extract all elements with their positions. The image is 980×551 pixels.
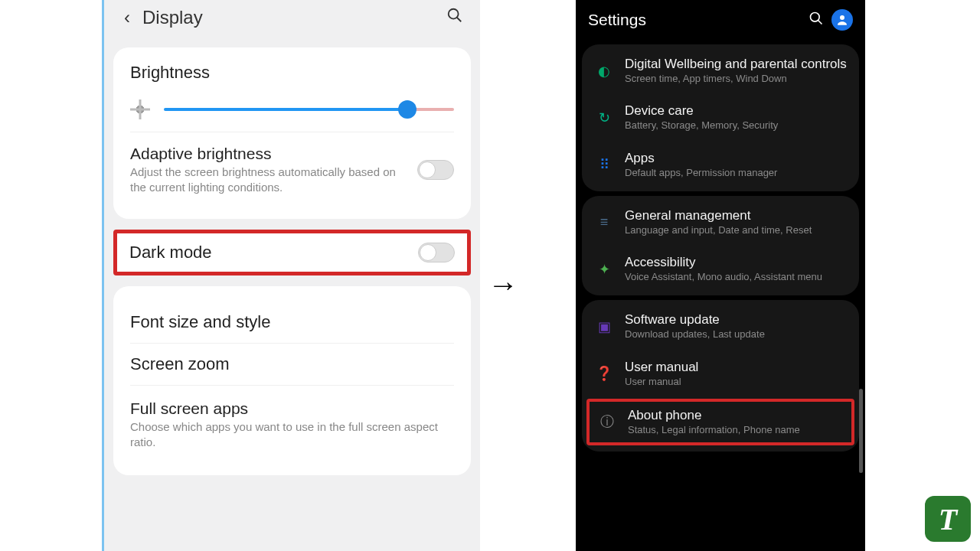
brightness-card: Brightness Adaptive brightness Adjust th… bbox=[113, 47, 471, 219]
software-update-icon: ▣ bbox=[594, 317, 614, 337]
apps-icon: ⠿ bbox=[594, 155, 614, 174]
svg-point-2 bbox=[811, 12, 820, 21]
adaptive-title: Adaptive brightness bbox=[130, 145, 408, 163]
page-title: Display bbox=[142, 7, 443, 28]
header: Settings bbox=[576, 0, 865, 40]
adaptive-sub: Adjust the screen brightness automatical… bbox=[130, 165, 408, 194]
device-care-icon: ↻ bbox=[594, 108, 614, 128]
about-phone-icon: ⓘ bbox=[597, 412, 617, 432]
sidebar-item-about-phone[interactable]: ⓘ About phone Status, Legal information,… bbox=[590, 402, 851, 442]
user-manual-icon: ❓ bbox=[594, 364, 614, 383]
about-phone-highlight: ⓘ About phone Status, Legal information,… bbox=[586, 399, 854, 445]
brightness-slider-thumb[interactable] bbox=[398, 100, 416, 119]
svg-point-4 bbox=[840, 15, 844, 20]
brightness-label: Brightness bbox=[130, 63, 454, 83]
sidebar-item-accessibility[interactable]: ✦ Accessibility Voice Assistant, Mono au… bbox=[582, 246, 859, 292]
svg-point-0 bbox=[449, 9, 459, 19]
settings-group-3: ▣ Software update Download updates, Last… bbox=[582, 300, 859, 452]
back-icon[interactable]: ‹ bbox=[118, 4, 136, 31]
profile-avatar[interactable] bbox=[831, 9, 853, 31]
page-title: Settings bbox=[588, 11, 801, 29]
dark-mode-title: Dark mode bbox=[129, 243, 418, 262]
scrollbar[interactable] bbox=[859, 389, 863, 473]
svg-line-1 bbox=[457, 18, 462, 22]
arrow-icon: → bbox=[488, 268, 518, 302]
settings-screen-dark: Settings ◐ Digital Wellbeing and parenta… bbox=[576, 0, 865, 551]
sidebar-item-apps[interactable]: ⠿ Apps Default apps, Permission manager bbox=[582, 142, 859, 188]
accessibility-icon: ✦ bbox=[594, 259, 614, 279]
search-icon[interactable] bbox=[808, 11, 824, 30]
dark-mode-card: Dark mode bbox=[113, 230, 471, 276]
header: ‹ Display bbox=[104, 0, 480, 37]
full-screen-apps-row[interactable]: Full screen apps Choose which apps you w… bbox=[130, 385, 454, 460]
wellbeing-icon: ◐ bbox=[594, 61, 614, 81]
settings-group-1: ◐ Digital Wellbeing and parental control… bbox=[582, 44, 859, 191]
general-mgmt-icon: ≡ bbox=[594, 212, 614, 232]
sidebar-item-device-care[interactable]: ↻ Device care Battery, Storage, Memory, … bbox=[582, 94, 859, 141]
dark-mode-row[interactable]: Dark mode bbox=[113, 230, 471, 276]
dark-mode-toggle[interactable] bbox=[418, 243, 455, 262]
adaptive-brightness-row[interactable]: Adaptive brightness Adjust the screen br… bbox=[130, 132, 454, 204]
font-size-row[interactable]: Font size and style bbox=[130, 302, 454, 343]
screen-zoom-row[interactable]: Screen zoom bbox=[130, 343, 454, 385]
brightness-icon bbox=[130, 99, 150, 119]
sidebar-item-user-manual[interactable]: ❓ User manual User manual bbox=[582, 350, 859, 397]
search-icon[interactable] bbox=[443, 4, 466, 31]
brightness-slider[interactable] bbox=[164, 108, 454, 111]
sidebar-item-general-management[interactable]: ≡ General management Language and input,… bbox=[582, 199, 859, 246]
settings-group-2: ≡ General management Language and input,… bbox=[582, 196, 859, 296]
svg-line-3 bbox=[818, 20, 822, 24]
watermark-logo: T bbox=[925, 496, 971, 542]
sidebar-item-software-update[interactable]: ▣ Software update Download updates, Last… bbox=[582, 303, 859, 350]
display-settings-screen: ‹ Display Brightness Adaptive brightness… bbox=[102, 0, 480, 551]
font-card: Font size and style Screen zoom Full scr… bbox=[113, 286, 471, 475]
brightness-slider-row bbox=[130, 95, 454, 126]
adaptive-brightness-toggle[interactable] bbox=[417, 160, 454, 180]
sidebar-item-digital-wellbeing[interactable]: ◐ Digital Wellbeing and parental control… bbox=[582, 47, 859, 94]
